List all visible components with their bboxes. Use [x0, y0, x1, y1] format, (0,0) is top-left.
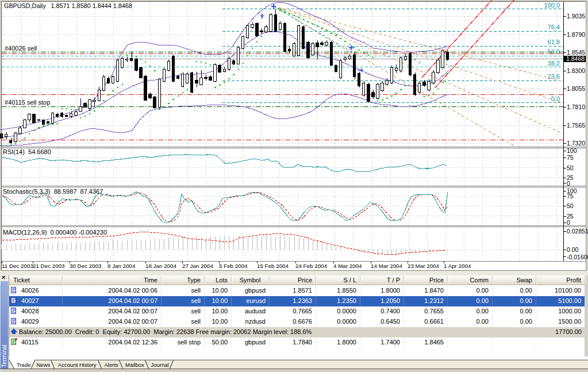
svg-text:15 Feb 2004: 15 Feb 2004	[257, 263, 289, 269]
svg-text:30 Dec 2003: 30 Dec 2003	[70, 263, 102, 269]
svg-text:18 Jan 2004: 18 Jan 2004	[145, 263, 176, 269]
svg-text:24 Feb 2004: 24 Feb 2004	[295, 263, 328, 269]
svg-text:100.0: 100.0	[544, 2, 560, 9]
svg-text:1.7810: 1.7810	[567, 103, 585, 110]
svg-text:21 Dec 2003: 21 Dec 2003	[33, 263, 65, 269]
svg-text:0.02851: 0.02851	[567, 228, 588, 235]
svg-text:1.8300: 1.8300	[567, 67, 585, 74]
svg-text:50: 50	[567, 164, 574, 171]
svg-text:-0.01600: -0.01600	[567, 254, 588, 260]
svg-text:4 Mar 2004: 4 Mar 2004	[333, 263, 362, 269]
svg-text:MACD(12,26,9) 0.000400 -0.004: MACD(12,26,9) 0.000400 -0.004230	[3, 229, 107, 236]
svg-text:75: 75	[567, 193, 574, 200]
svg-text:75: 75	[567, 154, 574, 161]
svg-text:#40026 sell: #40026 sell	[5, 45, 37, 52]
svg-text:Trade: Trade	[17, 362, 30, 368]
svg-text:Mailbox: Mailbox	[125, 362, 144, 368]
svg-text:Account History: Account History	[58, 362, 97, 368]
svg-text:27 Jan 2004: 27 Jan 2004	[182, 263, 213, 269]
svg-text:GBPUSD,Daily 1.8571 1.8580 1: GBPUSD,Daily 1.8571 1.8580 1.8444 1.8468	[4, 2, 132, 9]
svg-text:50: 50	[567, 202, 574, 209]
svg-text:100: 100	[567, 147, 577, 154]
svg-text:1 Apr 2004: 1 Apr 2004	[444, 263, 471, 269]
svg-text:Alerts: Alerts	[105, 362, 119, 368]
svg-text:23.6: 23.6	[548, 73, 560, 80]
svg-text:76.4: 76.4	[548, 24, 560, 30]
svg-text:1.8055: 1.8055	[567, 85, 585, 92]
svg-text:11 Dec 2003: 11 Dec 2003	[2, 263, 33, 269]
svg-text:1.8790: 1.8790	[567, 31, 585, 38]
svg-text:#40115 sell stop: #40115 sell stop	[5, 99, 50, 106]
svg-text:38.2: 38.2	[548, 60, 560, 67]
svg-text:Journal: Journal	[151, 362, 169, 368]
svg-text:25: 25	[567, 213, 574, 220]
svg-text:5 Feb 2004: 5 Feb 2004	[219, 263, 248, 269]
svg-text:0: 0	[567, 219, 570, 226]
svg-text:0: 0	[567, 180, 570, 187]
svg-text:23 Mar 2004: 23 Mar 2004	[408, 263, 440, 269]
svg-text:0.00: 0.00	[567, 246, 579, 253]
svg-text:Stochastic(5,3,3) 88.5987 87: Stochastic(5,3,3) 88.5987 87.4367	[3, 188, 103, 195]
svg-text:1.9035: 1.9035	[567, 13, 585, 20]
svg-text:1.8468: 1.8468	[566, 55, 585, 62]
svg-text:1.7565: 1.7565	[567, 122, 585, 129]
svg-text:RSI(14) 54.6680: RSI(14) 54.6680	[3, 148, 51, 155]
svg-text:61.8: 61.8	[548, 39, 560, 45]
svg-text:News: News	[37, 362, 51, 368]
svg-text:14 Mar 2004: 14 Mar 2004	[371, 263, 403, 269]
svg-text:8 Jan 2004: 8 Jan 2004	[107, 263, 136, 269]
svg-text:1.7320: 1.7320	[567, 140, 585, 147]
